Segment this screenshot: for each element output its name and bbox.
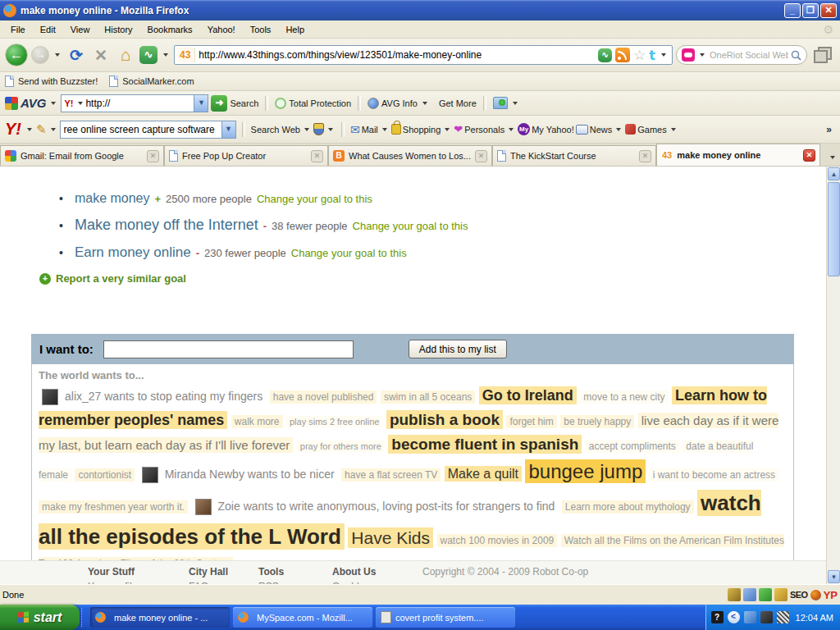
tab-close-icon[interactable]: ✕ (803, 149, 815, 162)
menu-tools[interactable]: Tools (243, 22, 279, 37)
goal-tag[interactable]: walk more (231, 415, 283, 428)
history-dropdown-icon[interactable] (55, 53, 60, 57)
goal-link[interactable]: Make money off the Internet (75, 217, 258, 234)
bookmark-star-icon[interactable]: ☆ (633, 47, 646, 64)
tab-close-icon[interactable]: ✕ (147, 150, 159, 162)
windows-panel-icon[interactable] (814, 47, 832, 63)
yp-label[interactable]: YP (824, 589, 838, 601)
toolbar-splitter[interactable] (242, 122, 245, 137)
task-myspace[interactable]: MySpace.com - Mozill... (233, 607, 372, 628)
tray-icon[interactable] (760, 611, 773, 623)
goal-tag[interactable]: Go to Ireland (479, 386, 577, 404)
toolbar-overflow-chevron[interactable]: » (826, 124, 832, 135)
search-web-dropdown-icon[interactable] (304, 128, 309, 131)
yahoo-personals-label[interactable]: Personals (464, 125, 504, 135)
rss-icon[interactable] (615, 48, 630, 62)
yahoo-search-input[interactable] (64, 124, 221, 135)
goal-tag[interactable]: be truely happy (560, 415, 634, 428)
goal-tag[interactable]: accept compliments (586, 440, 679, 453)
change-goal-link[interactable]: Change your goal to this (291, 247, 407, 259)
bookmark-socialmarker[interactable]: SocialMarker.com (109, 75, 194, 87)
add-to-list-button[interactable]: Add this to my list (409, 340, 507, 358)
yahoo-games-label[interactable]: Games (637, 125, 666, 135)
goal-tag[interactable]: have a flat screen TV (341, 468, 441, 482)
personals-dropdown-icon[interactable] (509, 128, 514, 131)
goal-tag[interactable]: move to a new city (580, 390, 668, 404)
scroll-up-icon[interactable]: ▲ (828, 167, 840, 180)
yahoo-logo[interactable]: Y! (5, 120, 21, 139)
tab-close-icon[interactable]: ✕ (639, 150, 651, 162)
yahoo-shopping-label[interactable]: Shopping (403, 125, 441, 135)
seo-label[interactable]: SEO (790, 590, 808, 600)
footer-link[interactable]: RSS (258, 581, 332, 584)
user-goal-link[interactable]: alix_27 wants to stop eating my fingers (62, 389, 266, 404)
reload-button[interactable]: ⟳ (66, 46, 87, 65)
user-avatar[interactable] (142, 467, 158, 483)
goal-tag[interactable]: Have Kids (348, 527, 433, 548)
yahoo-shield-icon[interactable] (313, 123, 324, 135)
close-button[interactable]: ✕ (820, 3, 837, 18)
yahoo-search-combo[interactable]: ▼ (60, 121, 236, 139)
tab-popup-creator[interactable]: Free Pop Up Creator ✕ (164, 145, 328, 166)
tab-make-money-online[interactable]: 43 make money online ✕ (656, 144, 820, 166)
avg-go-icon[interactable]: ➜ (211, 95, 227, 112)
goal-tag[interactable]: forget him (506, 415, 556, 428)
yahoo-combo-arrow-icon[interactable]: ▼ (221, 121, 235, 138)
scrollbar-thumb[interactable] (828, 182, 840, 276)
yahoo-news-label[interactable]: News (590, 125, 613, 135)
magnifier-icon[interactable] (791, 50, 801, 61)
goal-link[interactable]: Earn money online (75, 244, 191, 261)
goal-tag[interactable]: i want to become an actress (650, 468, 778, 482)
tray-icon[interactable] (777, 611, 789, 623)
scroll-down-icon[interactable]: ▼ (828, 570, 840, 583)
window-titlebar[interactable]: make money online - Mozilla Firefox _ ❐ … (0, 0, 840, 21)
avg-combo-arrow-icon[interactable]: ▼ (194, 95, 208, 112)
tab-kickstart[interactable]: The KickStart Course ✕ (492, 145, 656, 166)
tab-close-icon[interactable]: ✕ (311, 150, 323, 162)
avg-active-icon[interactable] (759, 588, 772, 601)
total-protection-label[interactable]: Total Protection (289, 98, 351, 108)
goal-tag[interactable]: pray for others more (297, 441, 385, 452)
goal-tag[interactable]: swim in all 5 oceans (381, 390, 475, 404)
url-bar[interactable]: 43 ∿ ☆ t (174, 45, 673, 65)
menu-edit[interactable]: Edit (33, 22, 63, 37)
mail-dropdown-icon[interactable] (382, 128, 387, 131)
web-search-box[interactable] (676, 45, 807, 65)
search-input[interactable] (710, 50, 788, 60)
restore-button[interactable]: ❐ (802, 3, 819, 18)
search-engine-dropdown-icon[interactable] (700, 53, 705, 57)
avg-info-label[interactable]: AVG Info (381, 98, 418, 108)
goal-tag[interactable]: have a novel published (270, 390, 377, 404)
pencil-dropdown-icon[interactable] (51, 128, 56, 131)
goal-tag[interactable]: contortionist (75, 468, 135, 482)
minimize-button[interactable]: _ (784, 3, 801, 18)
user-avatar[interactable] (195, 499, 212, 515)
avg-search-label[interactable]: Search (230, 98, 258, 108)
menu-yahoo[interactable]: Yahoo! (200, 22, 243, 37)
linkscanner-dropdown-icon[interactable] (163, 53, 168, 57)
tab-close-icon[interactable]: ✕ (475, 150, 487, 162)
menu-view[interactable]: View (63, 22, 98, 37)
yahoo-small-icon[interactable]: Y! (62, 98, 75, 108)
goal-tag[interactable]: become fluent in spanish (388, 435, 582, 454)
goal-entry-input[interactable] (103, 340, 354, 358)
goal-link[interactable]: make money (75, 191, 150, 206)
shield-dropdown-icon[interactable] (328, 128, 333, 131)
url-input[interactable] (199, 49, 595, 61)
user-goal-link[interactable]: Zoie wants to write anonymous, loving po… (215, 499, 559, 514)
menu-history[interactable]: History (97, 22, 139, 37)
avg-folder-icon[interactable] (493, 97, 508, 109)
pencil-icon[interactable]: ✎ (36, 122, 47, 137)
extension-icon-2[interactable] (743, 588, 756, 601)
tab-list-dropdown-icon[interactable] (830, 156, 835, 159)
tab-what-causes[interactable]: B What Causes Women to Los... ✕ (328, 145, 492, 166)
back-button[interactable]: ← (5, 43, 28, 66)
news-dropdown-icon[interactable] (616, 128, 621, 131)
extension-icon-1[interactable] (728, 588, 741, 601)
menu-help[interactable]: Help (278, 22, 312, 37)
avg-search-combo[interactable]: Y! ▼ (61, 94, 208, 112)
goal-tag[interactable]: play sims 2 free online (286, 416, 382, 427)
forward-button[interactable]: → (31, 46, 49, 64)
start-button[interactable]: start (0, 605, 80, 630)
bookmark-buzzster[interactable]: Send with Buzzster! (5, 75, 98, 87)
